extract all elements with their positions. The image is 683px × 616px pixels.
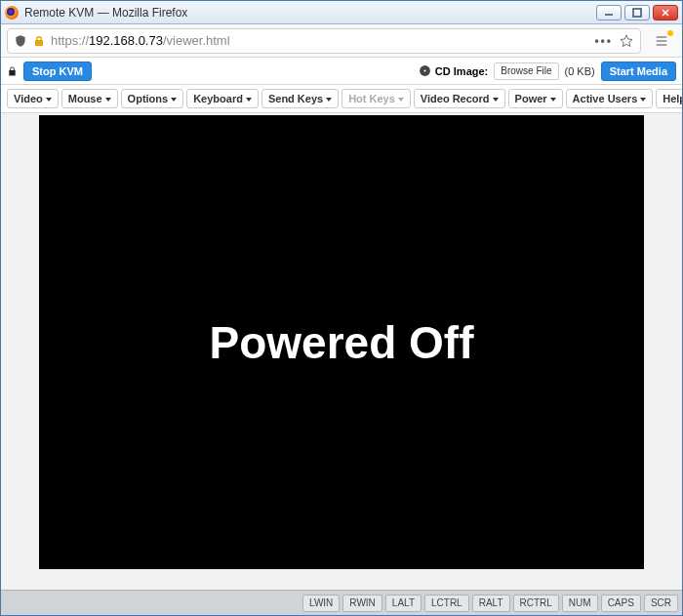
bookmark-star-icon[interactable] (619, 33, 634, 49)
menu-hot-keys[interactable]: Hot Keys (342, 89, 411, 108)
screen-message: Powered Off (210, 316, 474, 369)
key-indicator-rctrl[interactable]: RCTRL (513, 595, 559, 612)
url-text: https://192.168.0.73/viewer.html (51, 33, 588, 48)
window-title: Remote KVM — Mozilla Firefox (24, 6, 596, 20)
menu-label: Video Record (421, 93, 490, 104)
chevron-down-icon (398, 98, 404, 102)
key-indicator-caps[interactable]: CAPS (601, 595, 641, 612)
key-indicator-num[interactable]: NUM (562, 595, 598, 612)
menu-label: Keyboard (193, 93, 243, 104)
lock-icon (7, 64, 18, 78)
cd-image-size: (0 KB) (565, 65, 595, 77)
key-indicator-lctrl[interactable]: LCTRL (424, 595, 469, 612)
menu-label: Options (128, 93, 169, 104)
shield-icon (14, 34, 27, 48)
window-maximize-button[interactable] (624, 5, 650, 21)
kvm-toolbar: VideoMouseOptionsKeyboardSend KeysHot Ke… (1, 85, 682, 113)
menu-label: Mouse (68, 93, 102, 104)
key-indicator-rwin[interactable]: RWIN (342, 595, 382, 612)
chevron-down-icon (171, 98, 177, 102)
disc-icon (419, 64, 431, 77)
menu-help[interactable]: Help (656, 89, 683, 108)
cd-image-label: CD Image: (419, 64, 488, 77)
browse-file-button[interactable]: Browse File (494, 62, 558, 80)
menu-power[interactable]: Power (508, 89, 563, 108)
menu-label: Send Keys (268, 93, 323, 104)
svg-rect-1 (633, 9, 641, 17)
menu-options[interactable]: Options (121, 89, 184, 108)
window-close-button[interactable] (653, 5, 678, 21)
chevron-down-icon (493, 98, 499, 102)
menu-video-record[interactable]: Video Record (414, 89, 505, 108)
lock-warning-icon (33, 35, 45, 47)
menu-video[interactable]: Video (7, 89, 59, 108)
page-actions-icon[interactable]: ••• (594, 34, 613, 48)
key-indicator-scr[interactable]: SCR (644, 595, 678, 612)
menu-keyboard[interactable]: Keyboard (186, 89, 259, 108)
chevron-down-icon (326, 98, 332, 102)
menu-label: Video (14, 93, 43, 104)
key-indicator-lwin[interactable]: LWIN (302, 595, 340, 612)
menu-label: Hot Keys (348, 93, 395, 104)
stop-kvm-button[interactable]: Stop KVM (23, 62, 92, 81)
firefox-icon (5, 6, 19, 20)
remote-screen-area: Powered Off (1, 113, 682, 590)
chevron-down-icon (246, 98, 252, 102)
browser-menu-button[interactable] (647, 28, 676, 54)
svg-point-8 (423, 69, 425, 71)
notification-badge-icon (667, 30, 673, 36)
status-bar: LWINRWINLALTLCTRLRALTRCTRLNUMCAPSSCR (1, 590, 682, 615)
browser-toolbar: https://192.168.0.73/viewer.html ••• (1, 24, 682, 58)
chevron-down-icon (105, 98, 111, 102)
window-titlebar: Remote KVM — Mozilla Firefox (1, 1, 682, 24)
menu-mouse[interactable]: Mouse (61, 89, 118, 108)
menu-send-keys[interactable]: Send Keys (261, 89, 339, 108)
menu-label: Power (515, 93, 547, 104)
key-indicator-ralt[interactable]: RALT (472, 595, 510, 612)
chevron-down-icon (550, 98, 556, 102)
chevron-down-icon (46, 98, 52, 102)
menu-active-users[interactable]: Active Users (566, 89, 654, 108)
menu-label: Active Users (573, 93, 638, 104)
kvm-top-bar: Stop KVM CD Image: Browse File (0 KB) St… (1, 58, 682, 85)
chevron-down-icon (640, 98, 646, 102)
remote-screen[interactable]: Powered Off (39, 115, 644, 569)
window-minimize-button[interactable] (596, 5, 622, 21)
key-indicator-lalt[interactable]: LALT (385, 595, 422, 612)
url-bar[interactable]: https://192.168.0.73/viewer.html ••• (7, 28, 641, 54)
start-media-button[interactable]: Start Media (601, 62, 676, 81)
menu-label: Help (663, 93, 683, 104)
